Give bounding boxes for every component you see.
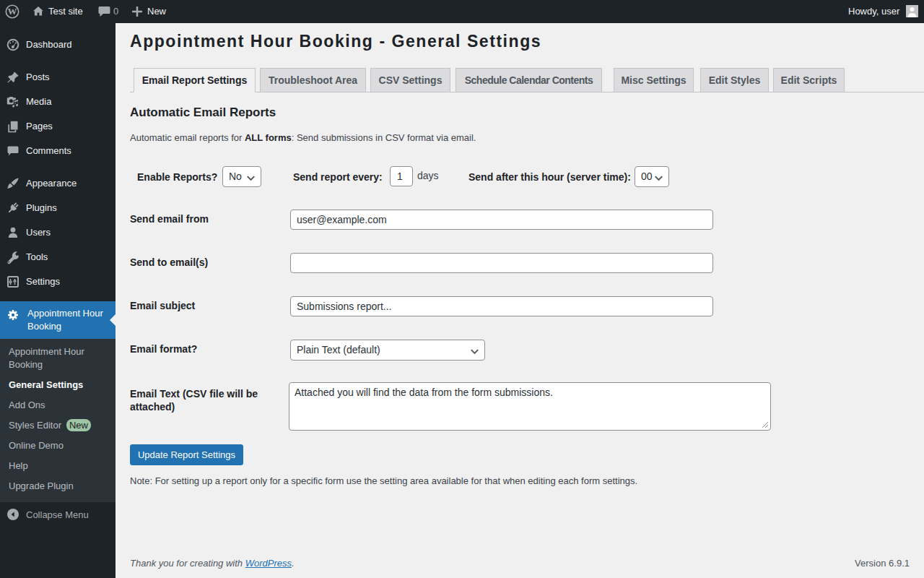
svg-text:W: W (8, 6, 17, 17)
